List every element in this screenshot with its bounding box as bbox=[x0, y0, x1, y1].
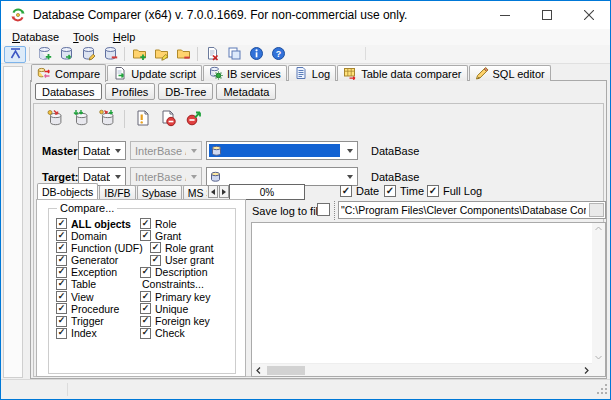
delete-folder-button[interactable] bbox=[172, 46, 194, 63]
chevron-down-icon[interactable] bbox=[186, 142, 201, 159]
minimize-button[interactable] bbox=[484, 1, 526, 29]
compare-checkbox-item[interactable]: Foreign key bbox=[140, 316, 234, 327]
full-log-checkbox[interactable] bbox=[427, 185, 439, 197]
checkbox[interactable] bbox=[140, 267, 151, 278]
clear-log-button[interactable] bbox=[201, 46, 223, 63]
edit-folder-button[interactable] bbox=[150, 46, 172, 63]
compare-checkbox-item[interactable]: Procedure bbox=[56, 303, 138, 314]
compare-checkbox-item[interactable]: View bbox=[56, 291, 138, 302]
tab-ib-services[interactable]: IB services bbox=[203, 65, 287, 81]
browse-button[interactable] bbox=[589, 203, 604, 217]
info-button[interactable] bbox=[245, 46, 267, 63]
checkbox[interactable] bbox=[56, 328, 67, 339]
checkbox[interactable] bbox=[56, 291, 67, 302]
checkbox[interactable] bbox=[140, 328, 151, 339]
compare-to-master-button[interactable] bbox=[42, 107, 68, 131]
compare-checkbox-item[interactable]: Constraints... bbox=[140, 279, 234, 290]
tab-table-data-comparer[interactable]: Table data comparer bbox=[337, 65, 467, 81]
db-tab[interactable]: MS SQL bbox=[183, 185, 207, 200]
scroll-up-icon[interactable] bbox=[595, 226, 602, 231]
compare-checkbox-item[interactable]: Grant bbox=[140, 230, 234, 241]
sub-tab[interactable]: Metadata bbox=[216, 83, 276, 100]
compare-checkbox-item[interactable]: User grant bbox=[140, 255, 234, 266]
add-database-button[interactable] bbox=[33, 46, 55, 63]
checkbox[interactable] bbox=[140, 303, 151, 314]
vertical-scrollbar[interactable] bbox=[592, 223, 605, 363]
sub-tab[interactable]: Databases bbox=[35, 83, 102, 100]
compare-checkbox-item[interactable]: Domain bbox=[56, 230, 138, 241]
log-text-area[interactable] bbox=[251, 222, 606, 377]
compare-checkbox-item[interactable]: Generator bbox=[56, 255, 138, 266]
scroll-left-icon[interactable] bbox=[253, 366, 263, 375]
checkbox[interactable] bbox=[56, 218, 67, 229]
menu-item[interactable]: Database bbox=[5, 30, 66, 44]
scroll-down-icon[interactable] bbox=[595, 355, 602, 360]
menu-item[interactable]: Tools bbox=[66, 30, 106, 44]
execute-script-button[interactable] bbox=[181, 107, 207, 131]
compare-checkbox-item[interactable]: Exception bbox=[56, 267, 138, 278]
checkbox[interactable] bbox=[56, 316, 67, 327]
log-file-path-input[interactable] bbox=[339, 203, 588, 217]
tab-compare[interactable]: Compare bbox=[31, 64, 106, 82]
checkbox[interactable] bbox=[140, 316, 151, 327]
db-tab[interactable]: Sybase bbox=[137, 185, 182, 200]
checkbox[interactable] bbox=[56, 230, 67, 241]
master-engine-combo[interactable]: InterBase / FB bbox=[130, 141, 202, 160]
checkbox[interactable] bbox=[56, 303, 67, 314]
compare-checkbox-item[interactable]: Role bbox=[140, 218, 234, 229]
date-checkbox[interactable] bbox=[340, 185, 352, 197]
log-option-time[interactable]: Time bbox=[384, 185, 424, 197]
checkbox[interactable] bbox=[56, 279, 67, 290]
checkbox[interactable] bbox=[56, 255, 67, 266]
checkbox[interactable] bbox=[56, 242, 67, 253]
tab-update-script[interactable]: Update script bbox=[107, 65, 202, 81]
compare-checkbox-item[interactable]: ALL objects bbox=[56, 218, 138, 229]
time-checkbox[interactable] bbox=[384, 185, 396, 197]
compare-to-target-button[interactable] bbox=[68, 107, 94, 131]
compare-checkbox-item[interactable]: Description bbox=[140, 267, 234, 278]
db-tab[interactable]: DB-objects bbox=[37, 183, 98, 200]
maximize-button[interactable] bbox=[526, 1, 568, 29]
sub-tab[interactable]: Profiles bbox=[105, 83, 156, 100]
compare-checkbox-item[interactable]: Primary key bbox=[140, 291, 234, 302]
checkbox[interactable] bbox=[150, 242, 161, 253]
horizontal-scrollbar[interactable] bbox=[252, 363, 592, 376]
log-option-date[interactable]: Date bbox=[340, 185, 379, 197]
connect-compare-button[interactable] bbox=[4, 46, 26, 63]
compare-checkbox-item[interactable]: Unique bbox=[140, 303, 234, 314]
tab-sql-editor[interactable]: SQL editor bbox=[469, 65, 551, 81]
edit-database-button[interactable] bbox=[77, 46, 99, 63]
menu-item[interactable]: Help bbox=[106, 30, 143, 44]
tab-log[interactable]: Log bbox=[288, 65, 336, 81]
script-warning-button[interactable] bbox=[129, 107, 155, 131]
compare-both-button[interactable] bbox=[94, 107, 120, 131]
delete-database-button[interactable] bbox=[99, 46, 121, 63]
close-button[interactable] bbox=[568, 1, 610, 29]
log-option-full-log[interactable]: Full Log bbox=[427, 185, 482, 197]
sub-tab[interactable]: DB-Tree bbox=[158, 83, 213, 100]
compare-checkbox-item[interactable]: Table bbox=[56, 279, 138, 290]
master-type-combo[interactable]: Database bbox=[78, 141, 126, 160]
compare-checkbox-item[interactable]: Trigger bbox=[56, 316, 138, 327]
checkbox[interactable] bbox=[140, 218, 151, 229]
compare-checkbox-item[interactable]: Check bbox=[140, 328, 234, 339]
copy-results-button[interactable] bbox=[223, 46, 245, 63]
master-database-combo[interactable] bbox=[206, 141, 358, 160]
splitter-handle[interactable] bbox=[334, 201, 335, 220]
save-log-checkbox[interactable] bbox=[317, 203, 330, 216]
script-remove-button[interactable] bbox=[155, 107, 181, 131]
checkbox[interactable] bbox=[140, 291, 151, 302]
checkbox[interactable] bbox=[150, 255, 161, 266]
help-button[interactable]: ? bbox=[267, 46, 289, 63]
add-folder-button[interactable] bbox=[128, 46, 150, 63]
scroll-right-icon[interactable] bbox=[581, 366, 591, 375]
chevron-down-icon[interactable] bbox=[110, 142, 125, 159]
compare-checkbox-item[interactable]: Index bbox=[56, 328, 138, 339]
chevron-down-icon[interactable] bbox=[342, 142, 357, 159]
compare-checkbox-item[interactable]: Role grant bbox=[140, 242, 234, 253]
tab-scroll-right-button[interactable] bbox=[219, 185, 229, 198]
checkbox[interactable] bbox=[140, 230, 151, 241]
chevron-down-icon[interactable] bbox=[342, 168, 357, 185]
resize-grip[interactable] bbox=[597, 384, 607, 396]
db-tab[interactable]: IB/FB bbox=[99, 185, 135, 200]
